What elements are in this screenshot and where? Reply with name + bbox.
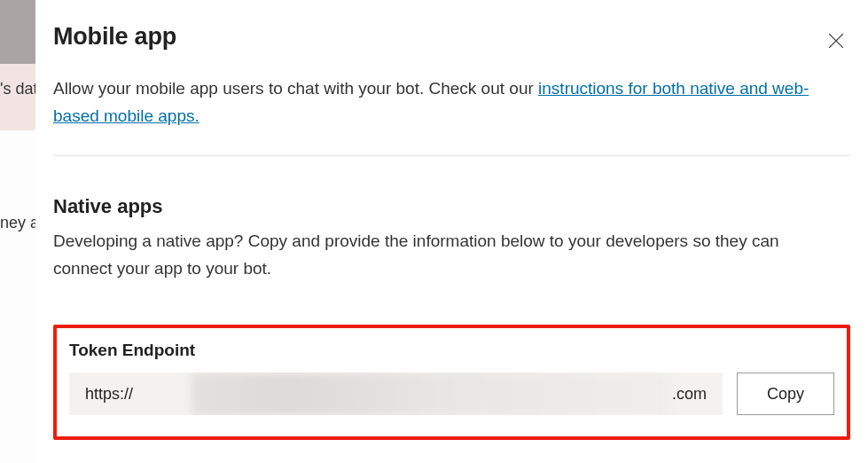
copy-button[interactable]: Copy	[737, 373, 834, 415]
background-occluded-top	[0, 0, 35, 64]
token-endpoint-value-suffix: .com	[672, 385, 707, 404]
token-endpoint-field[interactable]: https:// .com	[69, 373, 723, 415]
background-occluded-pink: 's dat	[0, 64, 35, 130]
token-endpoint-block: Token Endpoint https:// .com Copy	[53, 325, 850, 440]
token-endpoint-redacted	[192, 373, 669, 415]
background-text-fragment: 's dat	[0, 80, 35, 98]
token-endpoint-value-prefix: https://	[85, 385, 133, 404]
token-endpoint-row: https:// .com Copy	[69, 373, 834, 415]
background-text-fragment: ney a	[0, 214, 35, 232]
close-icon	[828, 33, 844, 49]
native-apps-description: Developing a native app? Copy and provid…	[53, 227, 833, 283]
panel-header: Mobile app	[53, 23, 850, 53]
mobile-app-panel: Mobile app Allow your mobile app users t…	[35, 0, 868, 463]
panel-description: Allow your mobile app users to chat with…	[53, 75, 833, 130]
section-divider	[53, 155, 850, 156]
native-apps-title: Native apps	[53, 195, 850, 218]
panel-description-text: Allow your mobile app users to chat with…	[53, 79, 538, 98]
close-button[interactable]	[824, 28, 848, 53]
token-endpoint-label: Token Endpoint	[69, 341, 834, 360]
panel-title: Mobile app	[53, 23, 176, 51]
background-occluded-white: ney a	[0, 130, 35, 463]
